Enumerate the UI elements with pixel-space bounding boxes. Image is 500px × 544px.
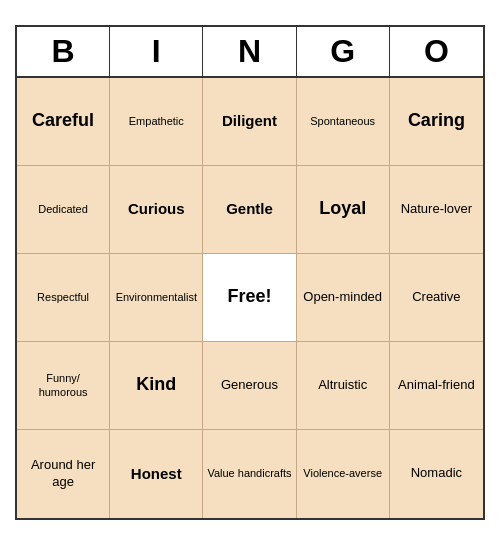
bingo-cell-4-4: Nomadic bbox=[390, 430, 483, 518]
bingo-cell-0-0: Careful bbox=[17, 78, 110, 166]
bingo-cell-1-1: Curious bbox=[110, 166, 203, 254]
bingo-letter-b: B bbox=[17, 27, 110, 76]
bingo-cell-0-3: Spontaneous bbox=[297, 78, 390, 166]
bingo-cell-2-3: Open-minded bbox=[297, 254, 390, 342]
bingo-cell-1-0: Dedicated bbox=[17, 166, 110, 254]
bingo-cell-0-1: Empathetic bbox=[110, 78, 203, 166]
bingo-cell-0-2: Diligent bbox=[203, 78, 296, 166]
bingo-cell-0-4: Caring bbox=[390, 78, 483, 166]
bingo-header: BINGO bbox=[17, 27, 483, 78]
bingo-letter-g: G bbox=[297, 27, 390, 76]
bingo-card: BINGO CarefulEmpatheticDiligentSpontaneo… bbox=[15, 25, 485, 520]
bingo-cell-4-1: Honest bbox=[110, 430, 203, 518]
bingo-cell-3-4: Animal-friend bbox=[390, 342, 483, 430]
bingo-cell-1-3: Loyal bbox=[297, 166, 390, 254]
bingo-cell-2-4: Creative bbox=[390, 254, 483, 342]
bingo-cell-4-3: Violence-averse bbox=[297, 430, 390, 518]
bingo-cell-4-0: Around her age bbox=[17, 430, 110, 518]
bingo-cell-2-1: Environmentalist bbox=[110, 254, 203, 342]
bingo-cell-3-2: Generous bbox=[203, 342, 296, 430]
bingo-cell-2-0: Respectful bbox=[17, 254, 110, 342]
bingo-cell-2-2: Free! bbox=[203, 254, 296, 342]
bingo-grid: CarefulEmpatheticDiligentSpontaneousCari… bbox=[17, 78, 483, 518]
bingo-letter-i: I bbox=[110, 27, 203, 76]
bingo-cell-1-2: Gentle bbox=[203, 166, 296, 254]
bingo-cell-3-1: Kind bbox=[110, 342, 203, 430]
bingo-cell-3-3: Altruistic bbox=[297, 342, 390, 430]
bingo-letter-o: O bbox=[390, 27, 483, 76]
bingo-cell-4-2: Value handicrafts bbox=[203, 430, 296, 518]
bingo-cell-1-4: Nature-lover bbox=[390, 166, 483, 254]
bingo-cell-3-0: Funny/ humorous bbox=[17, 342, 110, 430]
bingo-letter-n: N bbox=[203, 27, 296, 76]
